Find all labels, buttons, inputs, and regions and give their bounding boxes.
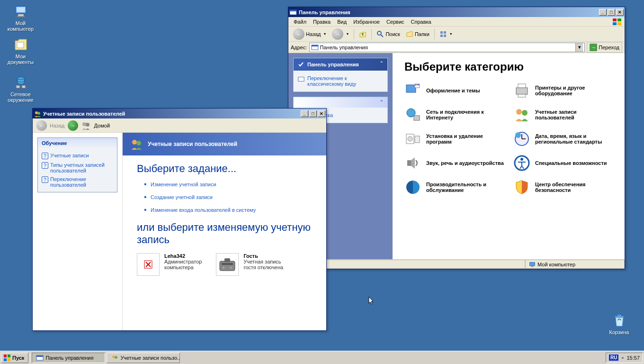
sidebar-panel-header[interactable]: Панель управления ⌃ (294, 58, 387, 71)
sidebar-panel-header[interactable]: ⌃ (294, 97, 387, 108)
back-button[interactable]: ← Назад ▼ (291, 27, 329, 42)
folders-button[interactable]: Папки (403, 28, 432, 40)
titlebar[interactable]: Учетные записи пользователей _ □ ✕ (33, 109, 326, 118)
category-users[interactable]: Учетные записи пользователей (513, 106, 613, 123)
svg-point-64 (230, 267, 232, 269)
category-addremove[interactable]: Установка и удаление программ (404, 130, 504, 147)
category-datetime[interactable]: Дата, время, язык и региональные стандар… (513, 130, 613, 147)
window-title: Учетные записи пользователей (43, 111, 301, 117)
views-button[interactable]: ▼ (437, 28, 455, 40)
address-value: Панель управления (320, 45, 368, 50)
learn-link-0[interactable]: ?Учетные записи (42, 151, 113, 161)
taskbar-item-control-panel[interactable]: Панель управления (32, 353, 105, 363)
page-heading: Выберите категорию (404, 60, 613, 73)
back-button[interactable]: ← (36, 120, 47, 131)
category-label: Сеть и подключения к Интернету (426, 109, 504, 120)
address-bar: Адрес: Панель управления ▾ → Переход (288, 42, 625, 53)
network-icon (13, 75, 28, 90)
svg-rect-4 (17, 42, 24, 48)
svg-point-72 (115, 356, 117, 359)
close-button[interactable]: ✕ (616, 9, 624, 16)
help-icon: ? (42, 176, 48, 183)
clock[interactable]: 15:57 (626, 355, 640, 361)
start-button[interactable]: Пуск (1, 353, 28, 363)
task-link-1[interactable]: Создание учетной записи (144, 194, 312, 200)
svg-rect-8 (22, 85, 26, 88)
menu-file[interactable]: Файл (290, 18, 310, 26)
tray-expand-button[interactable]: « (621, 355, 624, 360)
window-user-accounts: Учетные записи пользователей _ □ ✕ ← Наз… (32, 108, 327, 331)
taskbar: Пуск Панель управления Учетные записи по… (0, 351, 644, 364)
window-control-panel: Панель управления _ □ ✕ Файл Правка Вид … (288, 7, 625, 269)
category-security[interactable]: Центр обеспечения безопасности (513, 179, 613, 196)
category-sound[interactable]: Звук, речь и аудиоустройства (404, 155, 504, 172)
category-network[interactable]: Сеть и подключения к Интернету (404, 106, 504, 123)
up-button[interactable] (357, 28, 369, 40)
learn-panel: Обучение ?Учетные записи?Типы учетных за… (37, 137, 117, 192)
address-dropdown-button[interactable]: ▾ (575, 43, 583, 52)
menu-tools[interactable]: Сервис (383, 18, 408, 26)
link-label: Учетные записи (50, 153, 89, 159)
svg-rect-26 (298, 77, 304, 82)
forward-button[interactable]: → ▼ (330, 27, 351, 42)
menu-help[interactable]: Справка (408, 18, 435, 26)
svg-rect-2 (18, 14, 24, 16)
minimize-button[interactable]: _ (301, 110, 308, 117)
category-appearance[interactable]: Оформление и темы (404, 82, 504, 99)
category-accessibility[interactable]: Специальные возможности (513, 155, 613, 172)
taskbar-item-user-accounts[interactable]: Учетные записи пользо... (107, 353, 180, 363)
go-button-label: Переход (599, 45, 619, 50)
category-performance[interactable]: Производительность и обслуживание (404, 179, 504, 196)
desktop-icon-network[interactable]: Сетевое окружение (3, 75, 38, 103)
desktop-icon-my-documents[interactable]: Мои документы (3, 37, 38, 65)
maximize-button[interactable]: □ (309, 110, 317, 117)
learn-link-1[interactable]: ?Типы учетных записей пользователей (42, 161, 113, 175)
search-icon (376, 30, 384, 38)
menu-view[interactable]: Вид (334, 18, 350, 26)
account-picture (137, 253, 160, 276)
link-switch-classic[interactable]: Переключение к классическому виду (297, 74, 384, 88)
forward-button[interactable]: → (68, 120, 78, 131)
language-indicator[interactable]: RU (609, 355, 618, 361)
desktop-icon-label: Сетевое окружение (3, 91, 38, 103)
separator (434, 29, 435, 39)
svg-point-71 (112, 355, 115, 358)
task-link-2[interactable]: Изменение входа пользователей в систему (144, 207, 312, 213)
account-desc: компьютера (164, 264, 202, 270)
search-button[interactable]: Поиск (374, 28, 402, 40)
svg-point-63 (223, 267, 224, 269)
menu-favorites[interactable]: Избранное (350, 18, 383, 26)
account-0[interactable]: Leha342Администраторкомпьютера (137, 253, 202, 276)
home-button[interactable]: Домой (94, 123, 110, 128)
back-button-label: Назад (306, 31, 321, 37)
close-button[interactable]: ✕ (318, 110, 325, 117)
menu-bar: Файл Правка Вид Избранное Сервис Справка (288, 17, 625, 27)
learn-link-2[interactable]: ?Переключение пользователей (42, 175, 113, 189)
windows-logo-icon (3, 354, 11, 362)
address-field[interactable]: Панель управления ▾ (309, 43, 585, 52)
window-title: Панель управления (299, 9, 599, 15)
svg-rect-65 (4, 355, 7, 357)
account-1[interactable]: ГостьУчетная записьгостя отключена (216, 253, 283, 276)
titlebar[interactable]: Панель управления _ □ ✕ (288, 7, 625, 17)
svg-rect-7 (16, 85, 20, 88)
task-link-0[interactable]: Изменение учетной записи (144, 182, 312, 187)
menu-edit[interactable]: Правка (310, 18, 334, 26)
category-printers[interactable]: Принтеры и другое оборудование (513, 82, 613, 99)
desktop-icon-recycle-bin[interactable]: Корзина (601, 313, 637, 335)
security-icon (513, 179, 530, 196)
go-arrow-icon: → (590, 44, 597, 51)
account-desc: Администратор (164, 259, 202, 264)
svg-rect-60 (220, 261, 235, 271)
appearance-icon (404, 82, 421, 99)
svg-rect-9 (615, 316, 624, 318)
svg-rect-30 (417, 84, 418, 85)
maximize-button[interactable]: □ (608, 9, 615, 16)
control-panel-icon (297, 75, 305, 83)
folders-button-label: Папки (415, 31, 429, 37)
desktop-icon-my-computer[interactable]: Мой компьютер (3, 4, 38, 32)
svg-point-53 (82, 122, 86, 126)
svg-point-45 (515, 132, 521, 138)
minimize-button[interactable]: _ (599, 9, 607, 16)
go-button[interactable]: → Переход (587, 42, 622, 53)
